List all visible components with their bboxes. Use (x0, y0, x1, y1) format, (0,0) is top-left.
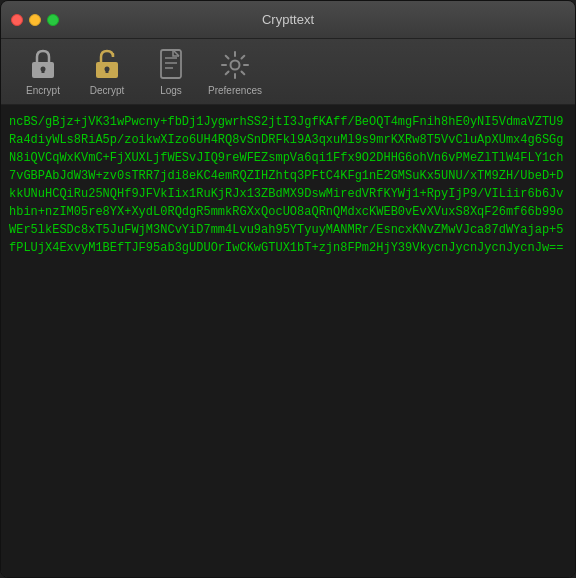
gear-icon (217, 47, 253, 83)
minimize-button[interactable] (29, 14, 41, 26)
decrypt-label: Decrypt (90, 85, 124, 96)
lock-open-icon (89, 47, 125, 83)
svg-point-10 (231, 61, 240, 70)
logs-button[interactable]: Logs (141, 44, 201, 100)
window-controls (11, 14, 59, 26)
svg-line-16 (242, 72, 245, 75)
preferences-label: Preferences (208, 85, 262, 96)
encrypt-label: Encrypt (26, 85, 60, 96)
preferences-button[interactable]: Preferences (205, 44, 265, 100)
decrypt-button[interactable]: Decrypt (77, 44, 137, 100)
logs-label: Logs (160, 85, 182, 96)
encrypt-button[interactable]: Encrypt (13, 44, 73, 100)
app-window: Crypttext Encrypt (0, 0, 576, 578)
svg-rect-5 (106, 69, 109, 73)
close-button[interactable] (11, 14, 23, 26)
svg-rect-2 (42, 69, 45, 73)
svg-line-18 (226, 72, 229, 75)
content-area[interactable]: ncBS/gBjz+jVK31wPwcny+fbDj1JygwrhSS2jtI3… (1, 105, 575, 577)
encrypted-text: ncBS/gBjz+jVK31wPwcny+fbDj1JygwrhSS2jtI3… (9, 113, 567, 257)
toolbar: Encrypt Decrypt (1, 39, 575, 105)
title-bar: Crypttext (1, 1, 575, 39)
lock-closed-icon (25, 47, 61, 83)
maximize-button[interactable] (47, 14, 59, 26)
logs-icon (153, 47, 189, 83)
window-title: Crypttext (262, 12, 314, 27)
svg-line-17 (242, 56, 245, 59)
svg-line-15 (226, 56, 229, 59)
